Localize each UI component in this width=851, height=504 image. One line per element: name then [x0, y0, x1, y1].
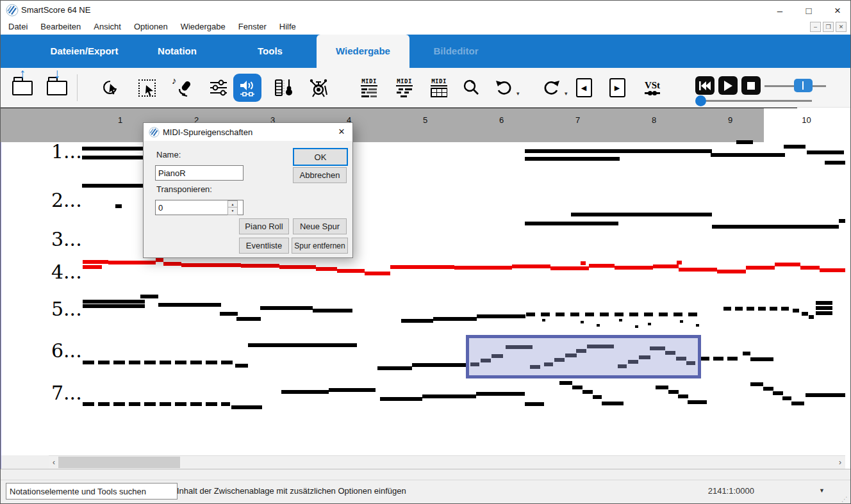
tab-dateien-export[interactable]: Dateien/Export — [38, 35, 131, 68]
vst-plugins-button[interactable]: VSt — [638, 74, 666, 102]
open-import-folder-button[interactable]: ↑ — [8, 74, 37, 102]
redo-button[interactable]: ▾ — [538, 74, 566, 102]
menu-item-optionen[interactable]: Optionen — [128, 20, 174, 33]
note-bar-track-5 — [688, 313, 697, 316]
new-track-button[interactable]: Neue Spur — [293, 218, 347, 234]
dialog-title-bar[interactable]: MIDI-Spureigenschaften ✕ — [144, 123, 352, 141]
note-bar-track-4 — [677, 261, 682, 264]
piano-roll-button[interactable]: Piano Roll — [239, 218, 289, 234]
menu-item-hilfe[interactable]: Hilfe — [273, 20, 302, 33]
scrollbar-thumb[interactable] — [58, 457, 180, 468]
scroll-right-arrow[interactable]: › — [836, 457, 845, 468]
note-bar-track-5 — [313, 309, 352, 313]
scroll-left-arrow[interactable]: ‹ — [49, 457, 58, 468]
tab-notation[interactable]: Notation — [131, 35, 224, 68]
tempo-slider-handle[interactable] — [794, 79, 813, 92]
track-name-input[interactable] — [155, 165, 244, 181]
window-close-button[interactable]: × — [825, 3, 850, 19]
ribbon-tab-bar: Dateien/ExportNotationToolsWiedergabeBil… — [1, 35, 850, 68]
midi-overview-button[interactable]: MIDI — [425, 74, 453, 102]
ok-button[interactable]: OK — [293, 148, 348, 166]
tab-bildeditor[interactable]: Bildeditor — [409, 35, 502, 68]
position-slider-track[interactable] — [697, 100, 812, 102]
track-label-4[interactable]: 4... — [51, 261, 82, 283]
note-bar-track-2 — [115, 204, 122, 208]
midi-list-icon: MIDI — [361, 78, 377, 97]
note-bar-track-1 — [525, 157, 620, 161]
note-bar-track-6 — [743, 352, 750, 355]
next-page-button[interactable]: ▶ — [603, 74, 631, 102]
rewind-button[interactable] — [695, 76, 715, 95]
mdi-minimize-button[interactable]: – — [810, 22, 821, 32]
zoom-button[interactable] — [458, 74, 486, 102]
save-export-folder-button[interactable]: ↓ — [43, 74, 71, 102]
track-label-1[interactable]: 1... — [51, 140, 82, 163]
position-slider-handle[interactable] — [695, 95, 706, 106]
window-maximize-button[interactable]: □ — [796, 3, 822, 19]
note-bar-track-7 — [83, 402, 94, 406]
track-label-3[interactable]: 3... — [51, 228, 82, 250]
note-bar-track-7 — [231, 405, 262, 409]
resize-grip[interactable]: ⋰ — [841, 496, 849, 503]
transpose-spin-down[interactable]: ▼ — [227, 207, 238, 215]
note-bar-track-5 — [615, 313, 624, 316]
track-label-6[interactable]: 6... — [51, 339, 82, 362]
redo-dropdown-arrow[interactable]: ▾ — [565, 90, 568, 97]
selection-rectangle[interactable] — [466, 335, 701, 378]
folder-import-icon — [12, 81, 33, 95]
note-bar-track-6 — [377, 366, 412, 370]
menu-item-datei[interactable]: Datei — [2, 20, 34, 33]
status-gap-band — [1, 469, 850, 480]
position-dropdown-arrow[interactable]: ▼ — [819, 487, 825, 494]
midi-grid-icon: MIDI — [431, 78, 447, 97]
previous-page-button[interactable]: ◀ — [570, 74, 598, 102]
stop-button[interactable] — [741, 76, 761, 95]
track-label-7[interactable]: 7... — [51, 382, 82, 404]
title-bar: SmartScore 64 NE – □ × — [1, 1, 850, 20]
undo-button[interactable]: ▾ — [490, 74, 518, 102]
note-bar-track-4 — [581, 261, 586, 265]
note-bar-track-7 — [476, 392, 525, 396]
audio-playback-settings-button[interactable] — [233, 74, 261, 102]
play-button[interactable] — [718, 76, 738, 95]
note-bar-track-7 — [668, 390, 679, 394]
note-bar-track-4 — [337, 269, 365, 273]
window-minimize-button[interactable]: – — [767, 3, 793, 19]
cancel-button[interactable]: Abbrechen — [293, 167, 347, 183]
note-bar-track-5 — [220, 312, 238, 316]
remove-track-button[interactable]: Spur entfernen — [292, 238, 348, 254]
midi-event-list-button[interactable]: MIDI — [355, 74, 383, 102]
note-bar-track-7 — [160, 402, 171, 406]
track-label-2[interactable]: 2... — [51, 189, 82, 211]
undo-dropdown-arrow[interactable]: ▾ — [516, 90, 520, 97]
mdi-close-button[interactable]: ✕ — [836, 22, 847, 32]
dialog-close-button[interactable]: ✕ — [336, 126, 347, 138]
drumkit-button[interactable] — [304, 74, 333, 102]
toolbar-separator — [77, 74, 78, 101]
note-bar-track-4 — [717, 270, 746, 273]
event-list-button[interactable]: Eventliste — [239, 238, 289, 254]
menu-item-fenster[interactable]: Fenster — [232, 20, 273, 33]
track-label-5[interactable]: 5... — [51, 298, 82, 320]
tab-wiedergabe[interactable]: Wiedergabe — [317, 35, 409, 68]
instrument-view-button[interactable] — [270, 74, 298, 102]
menu-item-wiedergabe[interactable]: Wiedergabe — [174, 20, 232, 33]
record-microphone-button[interactable]: ♪ — [169, 74, 197, 102]
midi-piano-roll-button[interactable]: MIDI — [390, 74, 418, 102]
note-bar-track-7 — [688, 400, 707, 404]
mdi-restore-button[interactable]: ❒ — [823, 22, 834, 32]
search-input[interactable] — [6, 483, 178, 500]
note-bar-track-5 — [260, 306, 313, 310]
tab-tools[interactable]: Tools — [224, 35, 317, 68]
status-bar: Inhalt der Zwischenablage mit zusätzlich… — [1, 480, 850, 504]
menu-item-bearbeiten[interactable]: Bearbeiten — [34, 20, 87, 33]
cursor-arrow-icon — [144, 85, 156, 96]
marquee-icon — [138, 79, 156, 97]
marquee-select-button[interactable] — [133, 74, 161, 102]
note-bar-track-7 — [422, 394, 476, 398]
select-cursor-button[interactable] — [97, 74, 125, 102]
menu-item-ansicht[interactable]: Ansicht — [87, 20, 128, 33]
mixer-button[interactable] — [204, 74, 233, 102]
transpose-label: Transponieren: — [156, 184, 212, 194]
note-bar-track-7 — [559, 381, 572, 385]
